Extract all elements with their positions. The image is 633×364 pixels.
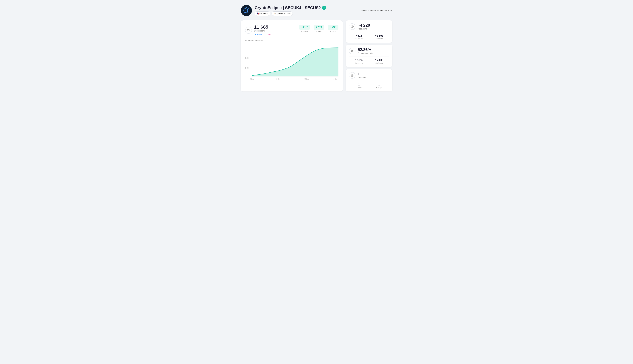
mentions-value: 1 xyxy=(358,72,366,76)
post-views-24h-label: 24 hours xyxy=(349,38,369,40)
channel-tags: 🇲🇾 Malaysia ₿ Cryptocurrencies xyxy=(255,12,326,16)
delta-24h: +257 24 hours xyxy=(299,25,310,32)
subscriber-count: 11 665 xyxy=(254,25,271,29)
engagement-label: Engagement rate xyxy=(358,52,373,54)
delta-badges: +257 24 hours +799 7 days +799 30 days xyxy=(299,25,338,32)
engagement-24h: 12.3% 24 hours xyxy=(349,58,369,64)
channel-name-text: CryptoEclipse | SECUK4 | SECUS2 xyxy=(255,6,321,10)
subscriber-details: 11 665 Subscribers ▲ 84% ♀ 15% xyxy=(254,25,271,36)
post-views-sub-row: ~818 24 hours ~1 391 48 hours xyxy=(349,32,389,40)
male-pct: ▲ 84% xyxy=(254,33,262,36)
right-panel: ~4 228 Post views ~818 24 hours ~1 391 4… xyxy=(346,20,392,92)
country-flag: 🇲🇾 xyxy=(257,12,260,15)
female-pct: ♀ 15% xyxy=(264,33,271,36)
category-tag: ₿ Cryptocurrencies xyxy=(272,12,292,16)
mentions-30d: 1 30 days xyxy=(369,83,389,89)
created-label: Channel is created xyxy=(360,10,376,12)
channel-header: eclipse CryptoEclipse | SECUK4 | SECUS2 … xyxy=(241,5,392,16)
chart-label: In the last 30 days xyxy=(245,40,338,42)
channel-title: CryptoEclipse | SECUK4 | SECUS2 ✓ xyxy=(255,6,326,10)
created-date: 24 January, 2024 xyxy=(377,10,392,12)
engagement-value: 52.86% xyxy=(358,48,373,52)
female-dot: ♀ xyxy=(264,33,266,36)
engagement-48h: 17.0% 48 hours xyxy=(369,58,389,64)
delta-30d-value: +799 xyxy=(328,25,338,30)
delta-7d: +799 7 days xyxy=(314,25,324,32)
svg-text:eclipse: eclipse xyxy=(245,12,248,13)
mentions-card: @ 1 Mentions 1 7 days 1 30 days xyxy=(346,69,392,92)
subscriber-block: 11 665 Subscribers ▲ 84% ♀ 15% xyxy=(245,25,271,36)
engagement-sub-row: 12.3% 24 hours 17.0% 48 hours xyxy=(349,56,389,64)
subscribers-icon xyxy=(245,27,252,34)
post-views-value: ~4 228 xyxy=(358,23,370,27)
svg-text:11 620: 11 620 xyxy=(245,67,249,69)
svg-text:12 Sep: 12 Sep xyxy=(333,78,337,80)
post-views-label: Post views xyxy=(358,28,370,30)
post-views-48h-value: ~1 391 xyxy=(369,34,389,38)
verified-badge: ✓ xyxy=(322,6,326,10)
mentions-sub-row: 1 7 days 1 30 days xyxy=(349,81,389,89)
male-dot: ▲ xyxy=(254,33,256,36)
post-views-card: ~4 228 Post views ~818 24 hours ~1 391 4… xyxy=(346,20,392,43)
svg-text:10 Sep: 10 Sep xyxy=(276,78,280,80)
country-tag: 🇲🇾 Malaysia xyxy=(255,12,270,16)
mentions-label: Mentions xyxy=(358,76,366,79)
channel-left: eclipse CryptoEclipse | SECUK4 | SECUS2 … xyxy=(241,5,326,16)
svg-point-0 xyxy=(242,6,250,14)
delta-30d: +799 30 days xyxy=(328,25,338,32)
avatar-inner: eclipse xyxy=(242,6,251,15)
mentions-7d: 1 7 days xyxy=(349,83,369,89)
category-label: Cryptocurrencies xyxy=(276,12,290,15)
mentions-info: 1 Mentions xyxy=(358,72,366,79)
engagement-24h-label: 24 hours xyxy=(349,62,369,64)
svg-point-17 xyxy=(352,26,353,27)
mentions-icon: @ xyxy=(349,72,356,79)
svg-point-16 xyxy=(351,26,354,28)
delta-30d-label: 30 days xyxy=(330,30,336,32)
er-icon: ER xyxy=(349,48,356,54)
main-grid: 11 665 Subscribers ▲ 84% ♀ 15% xyxy=(241,20,392,92)
subscriber-label: Subscribers xyxy=(254,30,271,32)
post-views-info: ~4 228 Post views xyxy=(358,23,370,30)
gender-stats: ▲ 84% ♀ 15% xyxy=(254,33,271,36)
delta-7d-label: 7 days xyxy=(316,30,322,32)
engagement-48h-label: 48 hours xyxy=(369,62,389,64)
stats-row: 11 665 Subscribers ▲ 84% ♀ 15% xyxy=(245,25,338,36)
post-views-48h: ~1 391 48 hours xyxy=(369,34,389,40)
delta-7d-value: +799 xyxy=(314,25,324,30)
at-icon: @ xyxy=(351,74,354,77)
engagement-header: ER 52.86% Engagement rate xyxy=(349,48,389,54)
svg-text:11 640: 11 640 xyxy=(245,57,249,59)
left-card: 11 665 Subscribers ▲ 84% ♀ 15% xyxy=(241,20,343,92)
engagement-info: 52.86% Engagement rate xyxy=(358,48,373,54)
post-views-header: ~4 228 Post views xyxy=(349,23,389,30)
post-views-24h: ~818 24 hours xyxy=(349,34,369,40)
male-pct-value: 84% xyxy=(257,33,262,36)
female-pct-value: 15% xyxy=(266,33,271,36)
chart-svg: 11 640 11 620 9 Sep 10 Sep 11 Sep 12 Sep xyxy=(245,44,338,82)
svg-text:11 Sep: 11 Sep xyxy=(304,78,309,80)
engagement-24h-value: 12.3% xyxy=(349,58,369,62)
delta-24h-value: +257 xyxy=(299,25,310,30)
post-views-24h-value: ~818 xyxy=(349,34,369,38)
delta-24h-label: 24 hours xyxy=(301,30,308,32)
svg-text:9 Sep: 9 Sep xyxy=(250,78,254,80)
mentions-7d-label: 7 days xyxy=(349,86,369,89)
post-views-icon xyxy=(349,23,356,30)
channel-info: CryptoEclipse | SECUK4 | SECUS2 ✓ 🇲🇾 Mal… xyxy=(255,6,326,16)
mentions-7d-value: 1 xyxy=(349,83,369,86)
chart-container: 11 640 11 620 9 Sep 10 Sep 11 Sep 12 Sep xyxy=(245,44,338,82)
channel-avatar: eclipse xyxy=(241,5,252,16)
er-label: ER xyxy=(351,50,353,52)
post-views-48h-label: 48 hours xyxy=(369,38,389,40)
mentions-header: @ 1 Mentions xyxy=(349,72,389,79)
mentions-30d-label: 30 days xyxy=(369,86,389,89)
bitcoin-icon: ₿ xyxy=(274,12,274,15)
page-container: eclipse CryptoEclipse | SECUK4 | SECUS2 … xyxy=(241,5,392,92)
country-label: Malaysia xyxy=(260,12,268,15)
channel-created: Channel is created 24 January, 2024 xyxy=(360,10,392,12)
mentions-30d-value: 1 xyxy=(369,83,389,86)
engagement-48h-value: 17.0% xyxy=(369,58,389,62)
engagement-card: ER 52.86% Engagement rate 12.3% 24 hours… xyxy=(346,45,392,67)
